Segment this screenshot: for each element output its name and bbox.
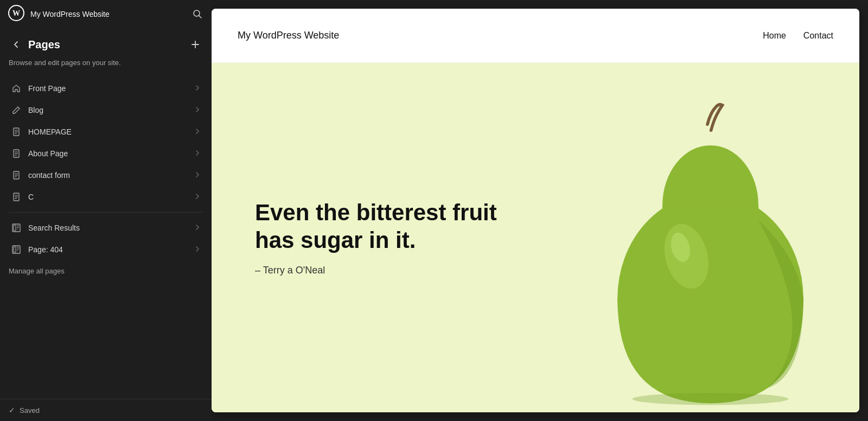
page-label-about-page: About Page <box>28 149 188 158</box>
page-item-404[interactable]: Page: 404 <box>2 239 209 260</box>
site-name: My WordPress Website <box>238 30 339 41</box>
wp-logo[interactable]: W <box>8 4 25 24</box>
manage-all-pages-link[interactable]: Manage all pages <box>0 260 212 282</box>
page-list: Front Page Blog <box>0 75 212 399</box>
template-icon <box>11 244 22 255</box>
hero-attribution: – Terry a O'Neal <box>255 265 816 276</box>
svg-rect-23 <box>14 225 16 231</box>
page-item-about-page[interactable]: About Page <box>2 143 209 164</box>
site-header: My WordPress Website Home Contact <box>212 9 859 63</box>
pages-header: Pages <box>0 28 212 56</box>
sidebar-top-bar: W My WordPress Website <box>0 0 212 28</box>
nav-contact[interactable]: Contact <box>803 31 833 41</box>
hero-quote-line1: Even the bitterest fruit <box>255 200 497 225</box>
hero-quote-line2: has sugar in it. <box>255 227 416 253</box>
chevron-icon <box>194 128 201 136</box>
svg-point-36 <box>633 393 788 405</box>
sidebar-description: Browse and edit pages on your site. <box>0 56 212 75</box>
document-icon <box>11 192 22 202</box>
sidebar-site-title: My WordPress Website <box>30 10 186 18</box>
search-icon[interactable] <box>191 8 204 21</box>
back-button[interactable] <box>9 37 24 52</box>
page-item-homepage[interactable]: HOMEPAGE <box>2 121 209 143</box>
saved-label: Saved <box>20 406 40 414</box>
chevron-icon <box>194 246 201 254</box>
chevron-icon <box>194 85 201 93</box>
page-label-c: C <box>28 193 188 201</box>
add-page-button[interactable] <box>188 37 203 52</box>
chevron-icon <box>194 224 201 232</box>
chevron-icon <box>194 150 201 158</box>
template-icon <box>11 222 22 233</box>
sidebar: W My WordPress Website Pages Browse and … <box>0 0 212 421</box>
svg-text:W: W <box>12 9 20 17</box>
page-label-blog: Blog <box>28 106 188 114</box>
document-icon <box>11 170 22 181</box>
hero-quote: Even the bitterest fruit has sugar in it… <box>255 199 526 254</box>
page-label-search-results: Search Results <box>28 224 188 232</box>
chevron-icon <box>194 106 201 114</box>
sidebar-status-bar: ✓ Saved <box>0 399 212 421</box>
main-content: My WordPress Website Home Contact Even t… <box>212 9 859 412</box>
hero-text: Even the bitterest fruit has sugar in it… <box>255 199 816 276</box>
page-label-404: Page: 404 <box>28 245 188 254</box>
chevron-icon <box>194 171 201 180</box>
saved-check-icon: ✓ <box>9 406 15 414</box>
nav-home[interactable]: Home <box>763 31 786 41</box>
site-nav: Home Contact <box>763 31 833 41</box>
list-divider <box>9 212 203 213</box>
hero-section: Even the bitterest fruit has sugar in it… <box>212 63 859 412</box>
chevron-icon <box>194 193 201 201</box>
pages-title: Pages <box>28 39 188 51</box>
svg-rect-28 <box>14 247 16 252</box>
page-item-contact-form[interactable]: contact form <box>2 164 209 186</box>
pen-icon <box>11 105 22 116</box>
page-item-c[interactable]: C <box>2 186 209 208</box>
page-label-homepage: HOMEPAGE <box>28 127 188 136</box>
page-label-contact-form: contact form <box>28 171 188 180</box>
page-item-blog[interactable]: Blog <box>2 99 209 121</box>
document-icon <box>11 126 22 137</box>
page-label-front-page: Front Page <box>28 84 188 93</box>
svg-line-3 <box>199 16 202 18</box>
page-item-search-results[interactable]: Search Results <box>2 217 209 239</box>
home-icon <box>11 83 22 94</box>
page-item-front-page[interactable]: Front Page <box>2 78 209 99</box>
document-icon <box>11 148 22 159</box>
